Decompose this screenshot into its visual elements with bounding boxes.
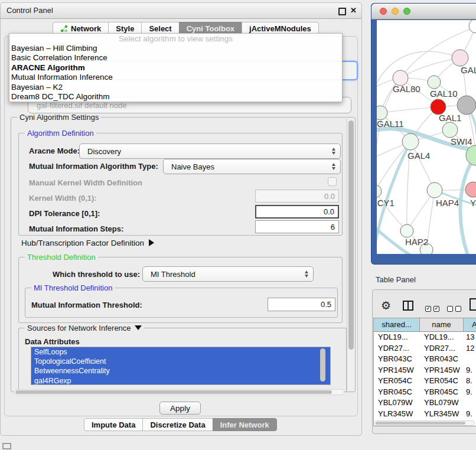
network-node-hap2[interactable] [400,224,413,237]
document-icon[interactable] [470,298,476,311]
close-icon[interactable]: ✕ [350,5,357,16]
table-cell: YER054C [420,376,464,387]
table-row[interactable]: YLR345WYLR345W9. [374,409,476,420]
manual-kernel-width-checkbox[interactable] [328,177,337,186]
table-cell [464,354,476,365]
table-horizontal-scrollbar-thumb[interactable] [376,422,465,425]
algorithm-option-dream8-dc-tdc-algorithm[interactable]: Dream8 DC_TDC Algorithm [9,92,342,102]
minimize-traffic-light-icon[interactable] [392,8,399,15]
table-cell: YLR345W [374,409,420,420]
network-node-hap4[interactable] [427,182,442,198]
network-node-y[interactable] [465,182,476,197]
attribute-item-gal4rgexp[interactable]: gal4RGexp [31,376,330,385]
network-node-label: GAL [461,65,476,75]
settings-horizontal-scrollbar[interactable] [14,389,344,395]
aracne-mode-value: Discovery [87,147,121,156]
table-cell: 9. [464,365,476,376]
attribute-item-betweennesscentrality[interactable]: BetweennessCentrality [31,366,330,376]
column-header-shared[interactable]: shared... [374,318,420,331]
network-node-gal[interactable] [452,50,468,66]
table-row[interactable]: YDL19...YDL19...13 [374,332,476,343]
table-cell: YLR345W [420,409,464,420]
unselect-all-columns-icon[interactable] [447,303,464,314]
tab-label: Cyni Toolbox [187,24,234,33]
network-icon [60,25,68,32]
popup-item-list: Bayesian – Hill ClimbingBasic Correlatio… [9,44,342,102]
expander-collapsed-icon [149,239,154,246]
collapsed-panel-icon[interactable] [2,443,11,449]
close-traffic-light-icon[interactable] [380,8,387,15]
network-canvas[interactable]: GALGAL80GAL10GAL1GAL11SWI4GAL4GCY1HAP4YH… [377,20,476,254]
table-horizontal-scrollbar[interactable] [374,420,475,426]
mi-steps-input[interactable] [255,220,339,233]
algorithm-option-bayesian-hill-climbing[interactable]: Bayesian – Hill Climbing [9,44,342,53]
kernel-width-input[interactable] [255,190,339,203]
hub-transcription-expander[interactable]: Hub/Transcription Factor Definition [21,239,154,247]
algorithm-option-aracne-algorithm[interactable]: ARACNE Algorithm [9,63,342,73]
table-cell: YDL19... [420,332,464,343]
apply-button[interactable]: Apply [159,402,201,415]
mi-algorithm-type-combobox[interactable]: Naive Bayes [163,159,341,174]
aracne-mode-label: Aracne Mode: [29,146,80,155]
network-node[interactable] [469,20,476,33]
sources-expander[interactable]: Sources for Network Inference [25,324,144,332]
zoom-traffic-light-icon[interactable] [403,8,410,15]
network-node[interactable] [457,96,476,115]
column-header-a[interactable]: A [464,318,476,331]
table-cell: YBL079W [374,397,420,409]
mi-algorithm-type-value: Naive Bayes [171,162,214,171]
settings-vertical-scrollbar[interactable] [347,118,354,391]
data-attributes-list[interactable]: SelfLoopsTopologicalCoefficientBetweenne… [31,347,331,385]
tab-label: Infer Network [220,420,269,429]
settings-vertical-scrollbar-thumb[interactable] [348,120,354,350]
split-view-icon[interactable] [403,301,413,311]
mi-algorithm-type-label: Mutual Information Algorithm Type: [29,162,158,171]
algorithm-option-mutual-information-inference[interactable]: Mutual Information Inference [9,73,342,82]
sources-title: Sources for Network Inference [27,324,131,332]
float-window-icon[interactable] [338,8,346,15]
tab-discretize-data[interactable]: Discretize Data [142,418,213,431]
attribute-item-selfloops[interactable]: SelfLoops [31,347,330,357]
network-node-label: GAL11 [377,119,404,129]
tab-infer-network[interactable]: Infer Network [213,418,277,431]
settings-gear-icon[interactable]: ⚙ [381,299,391,312]
table-row[interactable]: YDR27...YDR27...12 [374,343,476,354]
settings-horizontal-scrollbar-thumb[interactable] [15,390,332,394]
data-attributes-label: Data Attributes [25,337,80,346]
aracne-mode-combobox[interactable]: Discovery [79,144,341,159]
network-window-titlebar [371,4,476,19]
tab-label: Discretize Data [150,420,205,429]
column-header-name[interactable]: name [420,318,464,331]
mi-threshold-definition-title: MI Threshold Definition [31,283,115,292]
select-all-columns-icon[interactable]: ✓✓ [425,303,442,314]
table-cell: YBR043C [420,354,464,365]
threshold-definition-group: Threshold Definition Which threshold to … [18,257,343,323]
attributes-list-scrollbar-thumb[interactable] [320,348,325,381]
network-node-gcy1[interactable] [377,185,382,198]
algorithm-option-basic-correlation-inference[interactable]: Basic Correlation Inference [9,53,342,63]
table-row[interactable]: YBR045CYBR045C9. [374,387,476,398]
table-row[interactable]: YBR043CYBR043C [374,354,476,365]
algorithm-option-bayesian-k2[interactable]: Bayesian – K2 [9,83,342,92]
table-row[interactable]: YBL079WYBL079W [374,397,476,409]
table-row[interactable]: YER054CYER054C8. [374,376,476,387]
network-node-label: Y [470,198,476,208]
network-node-label: GAL1 [439,113,461,123]
table-cell: 12 [464,343,476,354]
mi-threshold-input[interactable] [268,298,335,311]
network-node-gal4[interactable] [402,133,419,150]
network-node-label: GAL4 [407,151,430,161]
table-row[interactable]: YPR145WYPR145W9. [374,365,476,376]
threshold-definition-title: Threshold Definition [25,253,98,262]
table-cell: YER054C [374,376,420,387]
table-cell [464,397,476,409]
tab-label: Select [149,24,171,33]
table-cell: 13 [464,332,476,343]
network-node-swi4[interactable] [442,122,458,138]
table-cell: YDR27... [374,343,420,354]
dpi-tolerance-input[interactable] [255,205,339,219]
which-threshold-combobox[interactable]: MI Threshold [142,266,314,282]
tab-impute-data[interactable]: Impute Data [84,418,143,431]
attribute-item-topologicalcoefficient[interactable]: TopologicalCoefficient [31,357,330,366]
network-node-gal10[interactable] [428,76,441,89]
